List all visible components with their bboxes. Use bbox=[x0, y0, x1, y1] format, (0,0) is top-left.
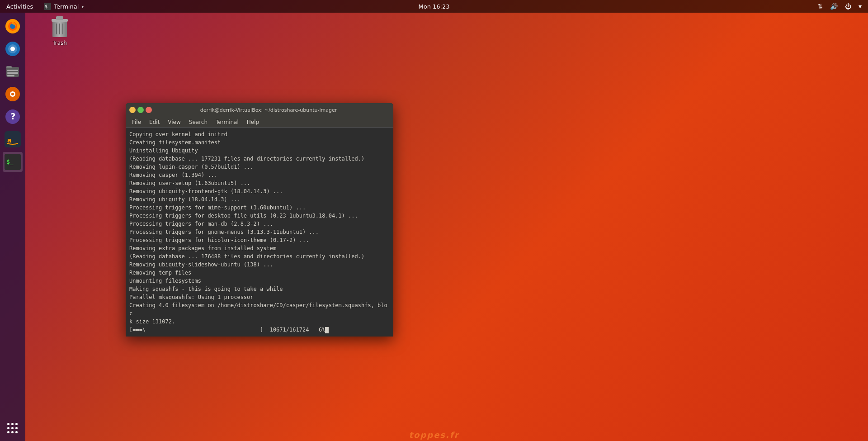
terminal-line: Processing triggers for gnome-menus (3.1… bbox=[129, 228, 390, 236]
terminal-line: Copying over kernel and initrd bbox=[129, 130, 390, 138]
menu-edit[interactable]: Edit bbox=[146, 117, 163, 127]
terminal-line: Removing ubiquity (18.04.14.3) ... bbox=[129, 195, 390, 204]
terminal-progress-line: [===\ ] 10671/161724 6% bbox=[129, 326, 390, 334]
terminal-line: Uninstalling Ubiquity bbox=[129, 147, 390, 155]
terminal-line: Removing user-setup (1.63ubuntu5) ... bbox=[129, 179, 390, 187]
menu-view[interactable]: View bbox=[164, 117, 184, 127]
help-icon: ? bbox=[5, 109, 21, 125]
system-menu-arrow[interactable]: ▾ bbox=[857, 3, 863, 10]
app-name-label: Terminal bbox=[54, 3, 79, 10]
svg-text:a: a bbox=[7, 137, 11, 144]
svg-rect-9 bbox=[6, 66, 12, 68]
sidebar-item-ubuntu-one[interactable] bbox=[3, 39, 23, 59]
close-button[interactable]: × bbox=[146, 107, 152, 113]
terminal-line: Removing casper (1.394) ... bbox=[129, 171, 390, 179]
window-controls: ─ + × bbox=[129, 107, 152, 113]
topbar: Activities $ Terminal ▾ Mon 16:23 ⇅ 🔊 ⏻ … bbox=[0, 0, 868, 13]
sidebar-item-terminal[interactable]: $_ bbox=[3, 152, 23, 172]
terminal-line: (Reading database ... 177231 files and d… bbox=[129, 155, 390, 163]
dot7 bbox=[7, 431, 9, 433]
terminal-sidebar-icon: $_ bbox=[5, 154, 21, 170]
terminal-line: Processing triggers for desktop-file-uti… bbox=[129, 212, 390, 220]
app-menu-arrow: ▾ bbox=[81, 4, 84, 9]
minimize-button[interactable]: ─ bbox=[129, 107, 136, 113]
dot9 bbox=[15, 431, 18, 433]
menu-help[interactable]: Help bbox=[243, 117, 263, 127]
system-tray: ⇅ 🔊 ⏻ ▾ bbox=[816, 3, 868, 10]
terminal-menu-icon: $ bbox=[44, 3, 51, 10]
terminal-menubar: File Edit View Search Terminal Help bbox=[126, 117, 393, 128]
terminal-line: Removing ubiquity-frontend-gtk (18.04.14… bbox=[129, 187, 390, 195]
terminal-title: derrik@derrik-VirtualBox: ~/distroshare-… bbox=[200, 107, 337, 113]
dot8 bbox=[11, 431, 14, 433]
trash-icon bbox=[48, 14, 71, 38]
sidebar-item-settings[interactable] bbox=[3, 84, 23, 104]
dot2 bbox=[11, 423, 14, 425]
power-icon[interactable]: ⏻ bbox=[843, 3, 853, 10]
app-menu[interactable]: $ Terminal ▾ bbox=[39, 0, 88, 13]
svg-point-15 bbox=[11, 93, 14, 95]
terminal-line: Processing triggers for man-db (2.8.3-2)… bbox=[129, 220, 390, 228]
amazon-icon: a bbox=[5, 131, 21, 147]
menu-terminal[interactable]: Terminal bbox=[212, 117, 242, 127]
terminal-line: Creating 4.0 filesystem on /home/distros… bbox=[129, 301, 390, 318]
terminal-cursor bbox=[325, 327, 329, 333]
terminal-line: Processing triggers for mime-support (3.… bbox=[129, 204, 390, 212]
network-icon[interactable]: ⇅ bbox=[816, 3, 825, 10]
ubuntu-one-icon bbox=[5, 41, 21, 57]
svg-text:$: $ bbox=[45, 4, 47, 9]
sidebar-item-amazon[interactable]: a bbox=[3, 129, 23, 149]
clock: Mon 16:23 bbox=[418, 3, 449, 10]
desktop: Trash ─ + × derrik@derrik-VirtualBox: ~/… bbox=[25, 13, 868, 428]
sidebar-item-help[interactable]: ? bbox=[3, 107, 23, 127]
dot1 bbox=[7, 423, 9, 425]
svg-text:?: ? bbox=[10, 111, 16, 122]
menu-file[interactable]: File bbox=[128, 117, 145, 127]
sidebar: ? a $_ bbox=[0, 13, 25, 441]
trash-desktop-icon[interactable]: Trash bbox=[42, 14, 78, 46]
maximize-button[interactable]: + bbox=[137, 107, 144, 113]
dot3 bbox=[15, 423, 18, 425]
svg-rect-10 bbox=[7, 70, 18, 71]
terminal-line: Removing ubiquity-slideshow-ubuntu (138)… bbox=[129, 261, 390, 269]
terminal-line: (Reading database ... 176488 files and d… bbox=[129, 252, 390, 261]
terminal-line: Removing lupin-casper (0.57build1) ... bbox=[129, 163, 390, 171]
menu-search[interactable]: Search bbox=[185, 117, 211, 127]
watermark-text: toppes.fr bbox=[409, 430, 459, 440]
dot5 bbox=[11, 427, 14, 429]
dot4 bbox=[7, 427, 9, 429]
terminal-line: Processing triggers for hicolor-icon-the… bbox=[129, 236, 390, 244]
sidebar-item-files[interactable] bbox=[3, 62, 23, 81]
terminal-titlebar: ─ + × derrik@derrik-VirtualBox: ~/distro… bbox=[126, 103, 393, 117]
terminal-output[interactable]: Copying over kernel and initrd Creating … bbox=[126, 128, 393, 337]
terminal-line: Removing temp files bbox=[129, 269, 390, 277]
firefox-icon bbox=[5, 18, 21, 34]
settings-icon bbox=[5, 86, 21, 102]
terminal-line: Unmounting filesystems bbox=[129, 277, 390, 285]
terminal-line: Removing extra packages from installed s… bbox=[129, 244, 390, 252]
sidebar-item-firefox[interactable] bbox=[3, 16, 23, 36]
svg-rect-11 bbox=[7, 72, 18, 74]
files-icon bbox=[5, 63, 21, 80]
app-launcher-button[interactable] bbox=[4, 419, 22, 437]
bottombar: toppes.fr bbox=[0, 428, 868, 441]
dot6 bbox=[15, 427, 18, 429]
svg-rect-25 bbox=[56, 16, 63, 20]
svg-rect-12 bbox=[7, 75, 14, 76]
activities-button[interactable]: Activities bbox=[0, 0, 39, 13]
sound-icon[interactable]: 🔊 bbox=[828, 3, 840, 10]
terminal-window: ─ + × derrik@derrik-VirtualBox: ~/distro… bbox=[126, 103, 393, 337]
svg-text:$_: $_ bbox=[6, 158, 14, 165]
terminal-line: Parallel mksquashfs: Using 1 processor bbox=[129, 293, 390, 301]
trash-label: Trash bbox=[52, 40, 67, 46]
terminal-line: Creating filesystem.manifest bbox=[129, 138, 390, 147]
terminal-line: k size 131072. bbox=[129, 318, 390, 326]
terminal-line: Making squashfs - this is going to take … bbox=[129, 285, 390, 293]
svg-point-7 bbox=[10, 47, 15, 51]
